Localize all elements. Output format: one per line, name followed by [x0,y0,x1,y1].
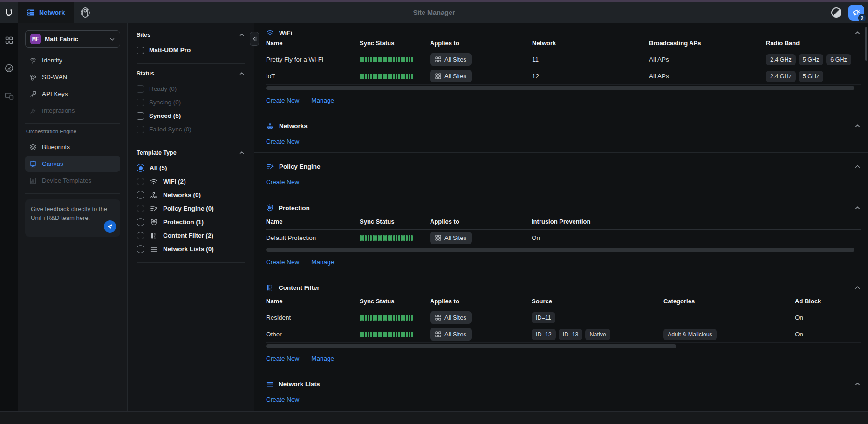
unifi-logo-icon[interactable] [0,8,18,17]
create-new-link[interactable]: Create New [266,259,299,266]
template-radio-wifi[interactable]: WiFi (2) [137,175,245,188]
announcements-button[interactable]: 2 [848,5,864,21]
manage-link[interactable]: Manage [311,97,334,104]
create-new-link[interactable]: Create New [266,97,299,104]
wifi-row-name[interactable]: Pretty Fly for a Wi-Fi [266,51,360,68]
all-sites-chip: All Sites [430,53,472,66]
wifi-icon [150,178,158,185]
wifi-row-sync [360,68,430,85]
sidebar-item-sdwan[interactable]: SD-WAN [25,69,120,85]
radio-label: Policy Engine (0) [163,205,214,212]
checkbox [137,85,144,93]
section-title: Protection [279,205,310,212]
plug-icon [29,107,37,115]
template-radio-content-filter[interactable]: Content Filter (2) [137,229,245,242]
section-header-content-filter: Content Filter [266,281,861,294]
sidebar-item-canvas[interactable]: Canvas [25,156,120,172]
chevron-up-icon[interactable] [239,32,245,38]
section-divider [254,112,868,112]
wifi-row-name[interactable]: IoT [266,68,360,85]
content-filter-row-applies: All Sites [430,326,532,343]
horizontal-scrollbar[interactable] [266,344,861,348]
collapse-section-icon[interactable] [854,381,861,387]
status-filter-title: Status [137,70,154,77]
section-divider [254,152,868,153]
org-avatar: MF [30,34,41,44]
radio-label: WiFi (2) [163,178,186,185]
all-sites-chip: All Sites [430,311,472,324]
canvas-easel-icon [29,160,37,168]
feedback-box: Give feedback directly to the UniFi R&D … [25,199,120,237]
create-new-link[interactable]: Create New [266,178,299,185]
create-new-link[interactable]: Create New [266,138,299,145]
sidebar-item-blueprints[interactable]: Blueprints [25,139,120,155]
filter-divider [137,63,245,64]
create-new-link[interactable]: Create New [266,355,299,362]
devices-icon[interactable] [5,92,14,100]
all-sites-chip: All Sites [430,232,472,244]
content-filter-row-name[interactable]: Other [266,326,360,343]
send-feedback-button[interactable] [104,220,116,233]
page-title: Site Manager [413,9,455,16]
checkbox [137,47,144,54]
chevron-up-icon[interactable] [239,150,245,156]
vertical-scrollbar[interactable] [865,27,867,61]
left-rail [0,23,18,424]
dashboard-gauge-icon[interactable] [5,64,14,73]
sidebar-item-api-keys[interactable]: API Keys [25,86,120,102]
section-title: Networks [279,123,308,130]
create-new-link[interactable]: Create New [266,396,299,403]
sync-status-bar [360,315,413,321]
filter-panel: Sites Matt-UDM Pro Status Ready (0) Sync… [127,23,254,424]
tab-protect[interactable] [81,7,90,18]
checkbox [137,112,144,120]
sidebar-divider [25,193,120,194]
source-chip: ID=13 [559,329,583,340]
horizontal-scrollbar[interactable] [266,86,861,90]
tab-network[interactable]: Network [18,2,74,23]
collapse-filter-panel-button[interactable] [250,32,259,46]
template-radio-network-lists[interactable]: Network Lists (0) [137,242,245,256]
sync-status-bar [360,57,413,62]
sidebar-item-identity[interactable]: Identity [25,52,120,68]
radio [137,178,144,185]
column-header: Name [266,35,360,51]
template-radio-protection[interactable]: Protection (1) [137,215,245,229]
wifi-row-aps: All APs [649,68,766,85]
checkbox [137,126,144,133]
collapse-section-icon[interactable] [854,285,861,291]
collapse-section-icon[interactable] [854,205,861,211]
status-checkbox-synced[interactable]: Synced (5) [137,109,245,123]
template-radio-all[interactable]: All (5) [137,161,245,175]
org-selector[interactable]: MF Matt Fabric [25,30,120,48]
column-header: Applies to [430,294,532,309]
checkbox-label: Matt-UDM Pro [149,47,191,54]
site-checkbox-matt-udm-pro[interactable]: Matt-UDM Pro [137,43,245,57]
column-header: Network [532,35,649,51]
source-chip: ID=12 [532,329,556,340]
column-header: Sync Status [360,294,430,309]
chevron-down-icon [109,36,115,42]
protection-row-name[interactable]: Default Protection [266,230,360,246]
sidebar: MF Matt Fabric Identity SD-WAN API Keys [18,23,127,424]
apps-grid-icon[interactable] [5,36,13,44]
filter-divider [137,143,245,143]
theme-toggle-button[interactable] [831,7,842,18]
horizontal-scrollbar[interactable] [266,248,861,252]
content-filter-row-name[interactable]: Resident [266,309,360,326]
chevron-up-icon[interactable] [239,71,245,76]
manage-link[interactable]: Manage [311,259,334,266]
section-header-network-lists: Network Lists [266,378,861,390]
column-header: Sync Status [360,35,430,51]
manage-link[interactable]: Manage [311,355,334,362]
fingerprint-icon [29,57,37,64]
template-radio-networks[interactable]: Networks (0) [137,188,245,202]
protection-shield-icon [266,204,273,212]
radio-band-chip: 6 GHz [826,54,851,65]
collapse-section-icon[interactable] [854,164,861,170]
content-filter-row-sync [360,309,430,326]
networks-tree-icon [150,192,158,198]
template-radio-policy-engine[interactable]: Policy Engine (0) [137,202,245,215]
collapse-section-icon[interactable] [854,123,861,129]
all-sites-chip: All Sites [430,328,472,341]
